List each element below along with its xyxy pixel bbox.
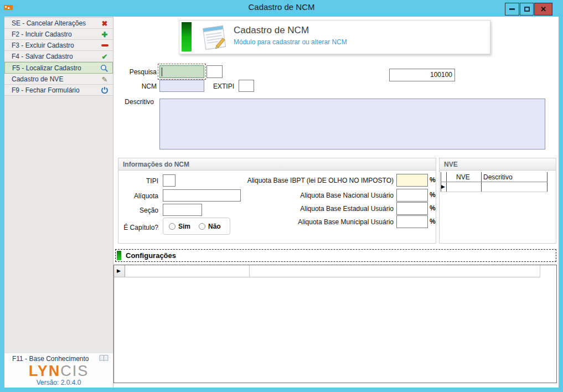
titlebar[interactable]: Cadastro de NCM ✕ xyxy=(0,0,563,17)
sidebar-item-fechar-formulario[interactable]: F9 - Fechar Formulário xyxy=(4,85,113,96)
window-title: Cadastro de NCM xyxy=(0,2,563,12)
sidebar-menu: SE - Cancelar Alterações ✖ F2 - Incluir … xyxy=(4,17,113,96)
radio-nao-circle xyxy=(199,223,205,230)
nve-group-title: NVE xyxy=(444,161,458,168)
banner-green-bar xyxy=(182,22,192,51)
module-banner: Cadastro de NCM Módulo para cadastrar ou… xyxy=(179,20,490,54)
search-icon xyxy=(100,64,109,73)
sidebar-item-cancelar-alteracoes[interactable]: SE - Cancelar Alterações ✖ xyxy=(4,18,113,29)
rate-nacional-input[interactable] xyxy=(396,189,428,202)
configuracoes-grid[interactable]: ▶ xyxy=(113,265,557,383)
rate-ibpt-unit: % xyxy=(430,176,436,184)
rate-municipal-input[interactable] xyxy=(396,215,428,228)
tipi-label: TIPI xyxy=(118,177,158,185)
sidebar-item-incluir-cadastro[interactable]: F2 - Incluir Cadastro ✚ xyxy=(4,29,113,40)
configuracoes-green-bar xyxy=(117,251,121,260)
grid-column-2 xyxy=(250,265,540,277)
nve-col-descritivo: Descritivo xyxy=(483,173,513,181)
pesquisa-label: Pesquisa xyxy=(113,68,157,76)
info-ncm-group: Informações do NCM TIPI Alíquota Seção É… xyxy=(118,158,436,244)
nve-col-nve: NVE xyxy=(456,173,470,181)
nve-group-header: NVE xyxy=(440,158,556,171)
pesquisa-aux-input[interactable] xyxy=(206,65,223,78)
minimize-button[interactable] xyxy=(505,3,519,16)
sidebar-item-cadastro-nve[interactable]: Cadastro de NVE ✎ xyxy=(4,74,113,85)
grid-header-row: ▶ xyxy=(114,265,540,277)
rate-municipal-label: Aliquota Base Municipal Usuário xyxy=(207,218,394,226)
cancel-x-icon: ✖ xyxy=(100,19,109,28)
window-frame-right xyxy=(559,17,563,392)
descritivo-textarea[interactable] xyxy=(159,99,545,149)
check-icon: ✔ xyxy=(100,52,109,61)
ncm-label: NCM xyxy=(113,82,157,90)
app-window: Cadastro de NCM ✕ SE - Cancelar Alteraçõ… xyxy=(0,0,563,392)
banner-subtitle: Módulo para cadastrar ou alterar NCM xyxy=(234,38,347,46)
secao-label: Seção xyxy=(118,207,158,214)
descritivo-label: Descritivo xyxy=(113,98,154,106)
configuracoes-title: Configurações xyxy=(126,251,176,260)
radio-sim[interactable]: Sim xyxy=(169,223,190,230)
power-icon xyxy=(100,86,109,95)
window-frame-bottom xyxy=(0,388,563,392)
pesquisa-input[interactable] xyxy=(159,65,204,78)
secao-input[interactable] xyxy=(163,204,202,216)
text-caret xyxy=(162,68,162,76)
version-label: Versão: 2.0.4.0 xyxy=(4,379,113,386)
sidebar: SE - Cancelar Alterações ✖ F2 - Incluir … xyxy=(4,17,113,388)
rate-nacional-unit: % xyxy=(430,191,436,199)
nve-group: NVE NVE Descritivo ▶ xyxy=(439,158,556,244)
sidebar-item-localizar-cadastro[interactable]: F5 - Localizar Cadastro xyxy=(4,62,113,74)
info-ncm-group-header: Informações do NCM xyxy=(118,158,436,171)
aliquota-label: Alíquota xyxy=(118,192,158,200)
rate-estadual-label: Aliquota Base Estadual Usuário xyxy=(207,205,394,213)
capitulo-label: É Capítulo? xyxy=(118,224,158,231)
main-panel: Cadastro de NCM Módulo para cadastrar ou… xyxy=(113,17,559,388)
window-frame-left xyxy=(0,17,4,392)
info-ncm-group-title: Informações do NCM xyxy=(123,161,189,168)
grid-selector-cell[interactable]: ▶ xyxy=(114,265,125,277)
lyncis-logo: LYNCIS xyxy=(4,363,113,380)
extipi-label: EXTIPI xyxy=(197,82,234,90)
rate-estadual-input[interactable] xyxy=(396,202,428,215)
plus-icon: ✚ xyxy=(100,30,109,39)
close-icon: ✕ xyxy=(540,5,546,13)
minimize-icon xyxy=(509,8,515,10)
maximize-button[interactable] xyxy=(520,3,534,16)
close-button[interactable]: ✕ xyxy=(534,3,552,16)
minus-icon xyxy=(100,41,109,50)
tipi-input[interactable] xyxy=(163,174,175,187)
rate-estadual-unit: % xyxy=(430,204,436,212)
sidebar-footer: F11 - Base Conhecimento LYNCIS Versão: 2… xyxy=(4,353,113,388)
rate-nacional-label: Aliquota Base Nacional Usuário xyxy=(207,192,394,199)
configuracoes-expander[interactable]: Configurações xyxy=(115,249,556,262)
grid-column-1 xyxy=(125,265,250,277)
row-selector-icon: ▶ xyxy=(117,268,121,274)
sidebar-item-excluir-cadastro[interactable]: F3 - Excluir Cadastro xyxy=(4,40,113,51)
rate-ibpt-label: Aliquota Base IBPT (lei DE OLHO NO IMPOS… xyxy=(207,177,394,184)
extipi-input[interactable] xyxy=(239,80,254,92)
maximize-icon xyxy=(524,7,530,12)
notepad-icon xyxy=(199,23,230,54)
radio-sim-circle xyxy=(169,223,175,230)
nve-grid[interactable]: NVE Descritivo ▶ xyxy=(441,172,555,243)
rate-ibpt-input[interactable] xyxy=(396,174,428,187)
code-box[interactable]: 100100 xyxy=(389,69,455,81)
banner-title: Cadastro de NCM xyxy=(234,25,309,36)
sidebar-item-salvar-cadastro[interactable]: F4 - Salvar Cadastro ✔ xyxy=(4,51,113,62)
rate-municipal-unit: % xyxy=(430,218,436,225)
pencil-icon: ✎ xyxy=(100,75,109,84)
row-selector-icon: ▶ xyxy=(441,184,445,189)
